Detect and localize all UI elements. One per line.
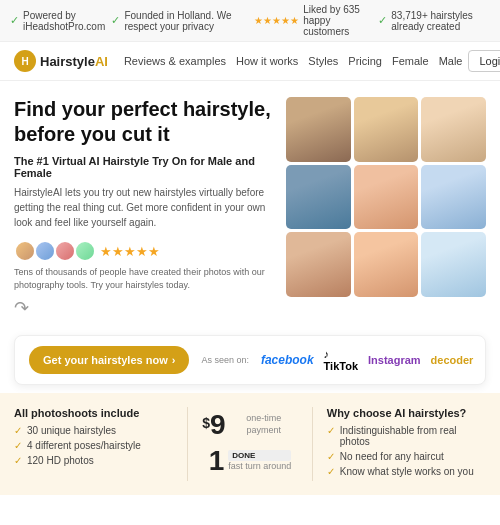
- why-item-1: ✓ Indistinguishable from real photos: [327, 425, 486, 447]
- check-icon-w2: ✓: [327, 451, 335, 462]
- photoshoots-item-3: ✓ 120 HD photos: [14, 455, 173, 466]
- photoshoots-item-text-3: 120 HD photos: [27, 455, 94, 466]
- photoshoots-item-text-1: 30 unique hairstyles: [27, 425, 116, 436]
- why-item-text-2: No need for any haircut: [340, 451, 444, 462]
- topbar-text-4: 83,719+ hairstyles already created: [391, 10, 490, 32]
- hour-label: fast turn around: [228, 461, 291, 473]
- nav-link-male[interactable]: Male: [439, 55, 463, 67]
- turnaround-block: 1 DONE fast turn around: [209, 445, 292, 477]
- features-section: All photoshoots include ✓ 30 unique hair…: [0, 393, 500, 495]
- topbar-item-1: ✓ Powered by iHeadshotPro.com: [10, 10, 111, 32]
- photo-cell-4: [286, 165, 351, 230]
- login-button[interactable]: Login: [468, 50, 500, 72]
- nav-link-how[interactable]: How it works: [236, 55, 298, 67]
- topbar-item-2: ✓ Founded in Holland. We respect your pr…: [111, 10, 254, 32]
- why-item-3: ✓ Know what style works on you: [327, 466, 486, 477]
- hero-description: HairstyleAI lets you try out new hairsty…: [14, 185, 274, 230]
- nav-link-styles[interactable]: Styles: [308, 55, 338, 67]
- price-block: $ 9 one-time payment: [202, 411, 298, 439]
- photo-cell-5: [354, 165, 419, 230]
- photoshoots-item-text-2: 4 different poses/hairstyle: [27, 440, 141, 451]
- hero-title: Find your perfect hairstyle, before you …: [14, 97, 274, 147]
- photoshoots-item-2: ✓ 4 different poses/hairstyle: [14, 440, 173, 451]
- as-seen-label: As seen on:: [201, 355, 249, 365]
- photoshoots-title: All photoshoots include: [14, 407, 173, 419]
- cta-button-label: Get your hairstyles now: [43, 354, 168, 366]
- photo-cell-1: [286, 97, 351, 162]
- nav-actions: Login Get your photos: [468, 50, 500, 72]
- check-icon-1: ✓: [10, 14, 19, 27]
- photo-cell-7: [286, 232, 351, 297]
- cta-arrow-icon: ›: [172, 354, 176, 366]
- why-item-text-3: Know what style works on you: [340, 466, 474, 477]
- logo[interactable]: H HairstyleAI: [14, 50, 108, 72]
- avatar-3: [54, 240, 76, 262]
- avatar-4: [74, 240, 96, 262]
- logo-text: HairstyleAI: [40, 54, 108, 69]
- top-bar: ✓ Powered by iHeadshotPro.com ✓ Founded …: [0, 0, 500, 42]
- cta-button[interactable]: Get your hairstyles now ›: [29, 346, 189, 374]
- navbar: H HairstyleAI Reviews & examples How it …: [0, 42, 500, 81]
- why-title: Why choose AI hairstyles?: [327, 407, 486, 419]
- nav-link-female[interactable]: Female: [392, 55, 429, 67]
- why-col: Why choose AI hairstyles? ✓ Indistinguis…: [327, 407, 486, 481]
- photo-cell-3: [421, 97, 486, 162]
- decoder-logo[interactable]: decoder: [431, 354, 474, 366]
- price-label: one-time payment: [230, 413, 298, 436]
- hero-photo-grid: [286, 97, 486, 319]
- divider-2: [312, 407, 313, 481]
- check-icon-ps3: ✓: [14, 455, 22, 466]
- topbar-text-1: Powered by iHeadshotPro.com: [23, 10, 111, 32]
- logo-icon: H: [14, 50, 36, 72]
- instagram-logo[interactable]: Instagram: [368, 354, 421, 366]
- rating-stars: ★★★★★: [100, 244, 160, 259]
- price-col: $ 9 one-time payment 1 DONE fast turn ar…: [202, 407, 298, 481]
- why-item-text-1: Indistinguishable from real photos: [340, 425, 486, 447]
- photo-cell-6: [421, 165, 486, 230]
- check-icon-ps2: ✓: [14, 440, 22, 451]
- photo-cell-2: [354, 97, 419, 162]
- avatars-row: ★★★★★: [14, 240, 274, 262]
- divider-1: [187, 407, 188, 481]
- topbar-item-4: ✓ 83,719+ hairstyles already created: [378, 10, 490, 32]
- hour-number: 1: [209, 445, 225, 477]
- hero-subtitle: The #1 Virtual AI Hairstyle Try On for M…: [14, 155, 274, 179]
- check-icon-w3: ✓: [327, 466, 335, 477]
- hero-left: Find your perfect hairstyle, before you …: [14, 97, 274, 319]
- hour-done-badge: DONE: [228, 450, 291, 461]
- photo-cell-9: [421, 232, 486, 297]
- nav-link-pricing[interactable]: Pricing: [348, 55, 382, 67]
- check-icon-ps1: ✓: [14, 425, 22, 436]
- stars-icon: ★★★★★: [254, 15, 299, 26]
- topbar-item-3: ★★★★★ Liked by 635 happy customers: [254, 4, 378, 37]
- nav-links: Reviews & examples How it works Styles P…: [124, 55, 463, 67]
- cta-banner: Get your hairstyles now › As seen on: fa…: [14, 335, 486, 385]
- photoshoots-col: All photoshoots include ✓ 30 unique hair…: [14, 407, 173, 481]
- hour-details: DONE fast turn around: [228, 450, 291, 473]
- check-icon-w1: ✓: [327, 425, 335, 436]
- avatar-1: [14, 240, 36, 262]
- topbar-text-2: Founded in Holland. We respect your priv…: [124, 10, 254, 32]
- avatar-2: [34, 240, 56, 262]
- hero-social-proof: Tens of thousands of people have created…: [14, 266, 274, 291]
- price-amount: $ 9 one-time payment: [202, 411, 298, 439]
- check-icon-4: ✓: [378, 14, 387, 27]
- topbar-text-3: Liked by 635 happy customers: [303, 4, 378, 37]
- facebook-logo[interactable]: facebook: [261, 353, 314, 367]
- nav-link-reviews[interactable]: Reviews & examples: [124, 55, 226, 67]
- arrow-down-icon: ↷: [14, 297, 274, 319]
- check-icon-2: ✓: [111, 14, 120, 27]
- photoshoots-item-1: ✓ 30 unique hairstyles: [14, 425, 173, 436]
- photo-cell-8: [354, 232, 419, 297]
- tiktok-logo[interactable]: ♪ TikTok: [324, 348, 358, 372]
- social-logos: facebook ♪ TikTok Instagram decoder: [261, 348, 474, 372]
- photo-grid: [286, 97, 486, 297]
- why-item-2: ✓ No need for any haircut: [327, 451, 486, 462]
- hero-section: Find your perfect hairstyle, before you …: [0, 81, 500, 327]
- currency-sign: $: [202, 415, 210, 431]
- price-value: 9: [210, 411, 226, 439]
